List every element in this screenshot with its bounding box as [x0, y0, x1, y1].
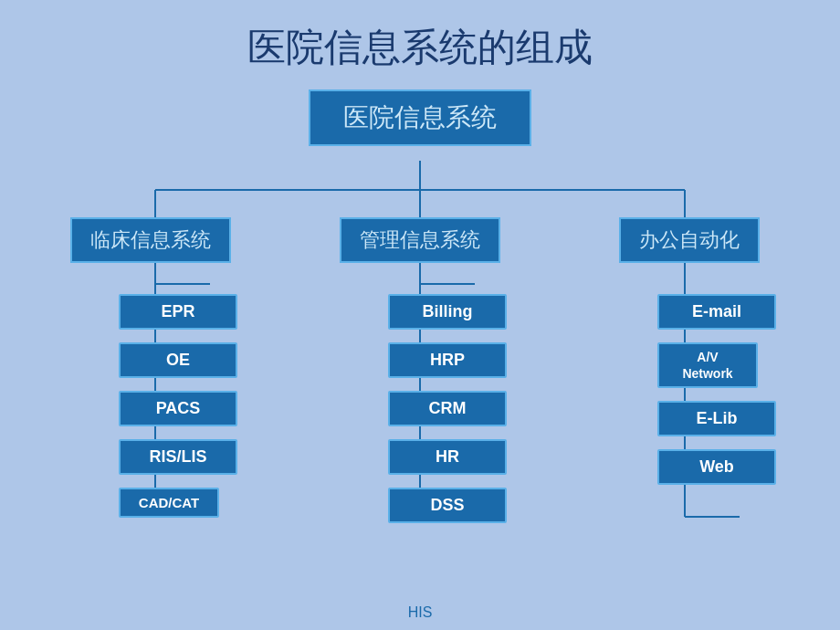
- leaf-web: Web: [657, 449, 776, 485]
- leaf-pacs: PACS: [119, 391, 237, 426]
- leaf-hr: HR: [388, 439, 507, 475]
- leaf-av-network: A/V Network: [657, 342, 758, 388]
- leaf-dss: DSS: [388, 488, 507, 523]
- level2-office: 办公自动化: [619, 217, 760, 263]
- root-node: 医院信息系统: [309, 89, 531, 146]
- leaf-oe: OE: [119, 342, 237, 378]
- leaf-hrp: HRP: [388, 342, 507, 378]
- page-title: 医院信息系统的组成: [0, 0, 840, 73]
- col-management: 管理信息系统 Billing HRP CRM HR DSS: [288, 217, 552, 527]
- leaf-rislis: RIS/LIS: [119, 439, 237, 475]
- leaf-crm: CRM: [388, 391, 507, 426]
- level2-management: 管理信息系统: [340, 217, 500, 263]
- leaf-epr: EPR: [119, 294, 237, 330]
- leaf-elib: E-Lib: [657, 401, 776, 436]
- leaf-email: E-mail: [657, 294, 776, 330]
- col-clinical: 临床信息系统 EPR OE PACS RIS/LIS CAD/CAT: [18, 217, 283, 527]
- leaf-cadcat: CAD/CAT: [119, 488, 219, 518]
- level2-clinical: 临床信息系统: [70, 217, 231, 263]
- footer-label: HIS: [0, 604, 840, 621]
- leaf-billing: Billing: [388, 294, 507, 330]
- col-office: 办公自动化 E-mail A/V Network E-Lib Web: [557, 217, 822, 527]
